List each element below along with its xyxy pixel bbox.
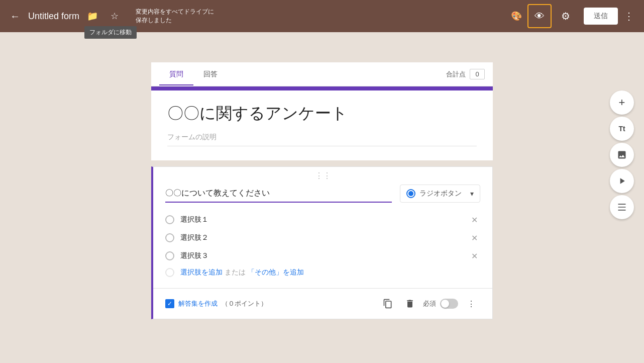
add-question-icon: + [619,96,625,109]
tab-questions[interactable]: 質問 [159,64,193,85]
delete-button[interactable] [401,295,419,313]
add-section-icon [617,202,627,212]
answer-key-points: （０ポイント） [222,299,267,308]
form-container: 質問 回答 合計点 0 〇〇に関するアンケート フォームの説明 ⋮⋮ [151,62,493,363]
add-section-tool[interactable] [610,195,634,219]
add-image-icon [617,150,627,160]
folder-button[interactable]: 📁 [83,7,101,25]
add-option-link[interactable]: 選択肢を追加 [180,268,223,276]
option-row: 選択肢３ ✕ [165,247,480,265]
add-image-tool[interactable] [610,143,634,167]
remove-option-1-button[interactable]: ✕ [468,214,480,226]
remove-option-2-button[interactable]: ✕ [468,232,480,244]
add-question-tool[interactable]: + [610,90,634,115]
dropdown-arrow-icon: ▾ [470,190,474,198]
form-title: Untitled form [28,11,79,22]
palette-button[interactable]: 🎨 [507,7,525,25]
answer-key-checkbox[interactable]: ✓ [165,299,174,308]
back-button[interactable]: ← [6,7,24,26]
right-sidebar: + Tt [610,90,634,219]
question-more-button[interactable]: ⋮ [462,295,480,313]
add-option-or: または [225,268,248,276]
toolbar-right: 🎨 👁 ⚙ 送信 ⋮ [507,4,638,28]
main-area: 質問 回答 合計点 0 〇〇に関するアンケート フォームの説明 ⋮⋮ [0,32,644,363]
add-other-link[interactable]: 「その他」を追加 [248,268,304,276]
points-value: 0 [470,69,485,79]
answer-key-label[interactable]: 解答集を作成 [178,299,218,308]
toggle-knob [441,300,449,308]
form-description[interactable]: フォームの説明 [167,133,477,146]
add-title-icon: Tt [618,125,625,133]
add-option-radio [165,268,174,277]
option-radio-2[interactable] [165,233,174,242]
folder-tooltip: フォルダに移動 [84,26,137,39]
tab-responses[interactable]: 回答 [193,64,228,85]
star-button[interactable]: ☆ [105,7,124,25]
question-text-input[interactable] [165,185,392,203]
question-top: ラジオボタン ▾ [165,185,480,203]
send-button[interactable]: 送信 [584,8,618,25]
option-row: 選択肢１ ✕ [165,211,480,229]
option-radio-1[interactable] [165,215,174,224]
add-title-tool[interactable]: Tt [610,117,634,141]
option-row: 選択肢２ ✕ [165,229,480,247]
add-video-tool[interactable] [610,169,634,193]
option-text-2[interactable]: 選択肢２ [180,232,462,244]
option-radio-3[interactable] [165,251,174,260]
form-main-title[interactable]: 〇〇に関するアンケート [167,103,477,125]
preview-button[interactable]: 👁 [527,4,552,28]
question-more-icon: ⋮ [467,299,475,309]
toolbar-left: ← Untitled form 📁 ☆ 変更内容をすべてドライブに 保存しました [6,7,507,26]
save-status: 変更内容をすべてドライブに 保存しました [136,8,214,25]
question-body: ラジオボタン ▾ 選択肢１ ✕ 選択肢２ ✕ 選択肢３ [153,185,492,288]
tab-bar: 質問 回答 合計点 0 [151,62,493,86]
drag-handle[interactable]: ⋮⋮ [153,167,492,185]
question-type-label: ラジオボタン [419,189,462,198]
question-card: ⋮⋮ ラジオボタン ▾ 選択肢１ ✕ [151,166,493,319]
add-option-row: 選択肢を追加 または 「その他」を追加 [165,265,480,280]
remove-option-3-button[interactable]: ✕ [468,250,480,262]
total-points: 合計点 0 [446,69,485,79]
option-text-1[interactable]: 選択肢１ [180,214,462,226]
add-option-text: 選択肢を追加 または 「その他」を追加 [180,268,304,277]
duplicate-icon [383,299,393,309]
radio-type-icon [406,189,415,198]
add-video-icon [617,176,627,186]
option-text-3[interactable]: 選択肢３ [180,250,462,262]
more-menu-button[interactable]: ⋮ [620,6,638,26]
delete-icon [405,299,415,309]
question-type-select[interactable]: ラジオボタン ▾ [400,185,480,203]
radio-inner [408,191,413,196]
question-footer: ✓ 解答集を作成 （０ポイント） 必須 [153,288,492,319]
form-header-card: 〇〇に関するアンケート フォームの説明 [151,86,493,160]
duplicate-button[interactable] [379,295,397,313]
required-toggle[interactable] [440,299,458,309]
required-label: 必須 [423,299,436,308]
settings-button[interactable]: ⚙ [554,4,578,28]
